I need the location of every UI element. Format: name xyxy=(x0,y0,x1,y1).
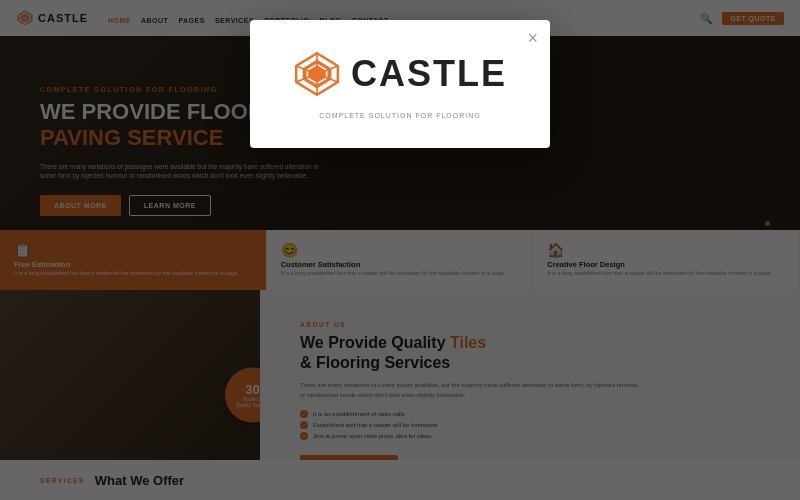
modal-logo-icon xyxy=(293,50,341,98)
modal-subtitle: COMPLETE SOLUTION FOR FLOORING xyxy=(319,112,480,119)
modal-logo: CASTLE xyxy=(293,50,507,98)
modal-logo-text: CASTLE xyxy=(351,53,507,95)
modal-box: × CASTLE COMPLETE SOLUTION FOR FLOORING xyxy=(250,20,550,148)
modal-overlay[interactable]: × CASTLE COMPLETE SOLUTION FOR FLOORING xyxy=(0,0,800,500)
modal-close-button[interactable]: × xyxy=(527,28,538,49)
